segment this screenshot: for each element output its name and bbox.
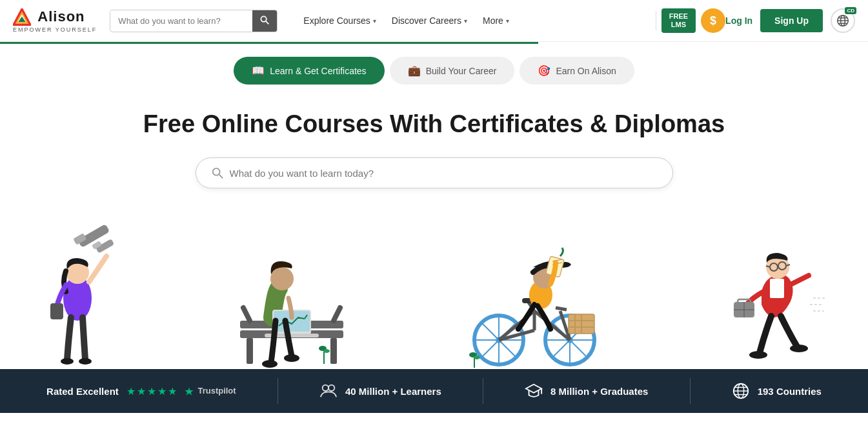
svg-point-88 [328,385,334,391]
header-search-bar[interactable] [110,10,278,32]
star-2: ★ [137,385,146,397]
star-rating: ★ ★ ★ ★ ★ [126,385,177,397]
logo-icon [13,8,31,26]
chevron-down-icon: ▾ [506,17,509,25]
svg-point-27 [270,267,294,290]
rated-label: Rated Excellent [46,386,119,397]
star-3: ★ [147,385,156,397]
hero-search-icon [212,167,223,179]
svg-point-36 [323,349,330,353]
svg-point-81 [749,351,767,359]
svg-line-74 [778,266,778,267]
header-right: Log In Sign Up CD [725,8,855,33]
globe-button[interactable]: CD [831,8,855,33]
chevron-down-icon: ▾ [464,17,467,25]
target-icon: 🎯 [538,65,550,77]
star-4: ★ [157,385,167,397]
illustration-bench-man [227,221,356,369]
search-icon [260,15,269,25]
footer-countries: 193 Countries [732,382,822,400]
svg-point-87 [323,385,328,391]
svg-point-19 [79,358,92,365]
login-button[interactable]: Log In [725,15,752,26]
header-search-button[interactable] [252,10,277,32]
footer-stats-bar: Rated Excellent ★ ★ ★ ★ ★ Trustpilot 40 … [0,369,868,413]
globe-countries-icon [732,382,750,400]
tab-learn-certificates[interactable]: 📖 Learn & Get Certificates [234,57,384,85]
hero-search-input[interactable] [230,168,657,179]
illustration-running-man [713,221,829,369]
illustration-bicycle-woman [460,221,609,369]
svg-marker-89 [526,385,541,393]
svg-point-82 [790,345,808,352]
briefcase-icon: 💼 [408,65,421,77]
footer-rated-excellent: Rated Excellent ★ ★ ★ ★ ★ Trustpilot [46,385,236,397]
trustpilot-label: Trustpilot [185,386,236,396]
countries-label: 193 Countries [758,386,822,397]
svg-point-69 [474,356,480,359]
nav-explore-courses[interactable]: Explore Courses ▾ [297,10,383,31]
svg-marker-86 [185,387,193,395]
graduates-icon [525,382,543,400]
nav-discover-careers[interactable]: Discover Careers ▾ [385,10,474,31]
tabs-container: 📖 Learn & Get Certificates 💼 Build Your … [0,44,868,97]
graduates-label: 8 Million + Graduates [550,386,648,397]
dollar-button[interactable]: $ [701,8,725,33]
nav-divider [656,11,656,30]
footer-divider-2 [483,378,483,404]
logo-tagline: EMPOWER YOURSELF [13,26,97,33]
logo-area[interactable]: Alison EMPOWER YOURSELF [13,8,97,33]
svg-rect-20 [50,303,63,319]
star-1: ★ [126,385,136,397]
svg-point-3 [261,16,267,21]
header: Alison EMPOWER YOURSELF Explore Courses … [0,0,868,42]
free-lms-button[interactable]: FREE LMS [661,8,696,33]
svg-rect-23 [247,338,253,364]
tab-earn-alison[interactable]: 🎯 Earn On Alison [520,57,634,85]
illustrations-container [13,214,855,369]
hero-section: Free Online Courses With Certificates & … [0,97,868,369]
hero-search-bar[interactable] [196,157,673,188]
svg-point-10 [212,168,219,175]
svg-rect-24 [330,338,337,364]
svg-line-25 [243,308,250,321]
globe-icon [836,14,849,27]
svg-line-54 [556,308,567,310]
footer-learners: 40 Million + Learners [319,382,441,400]
svg-point-32 [262,360,278,368]
trustpilot-icon [185,387,194,396]
svg-line-4 [266,21,268,24]
svg-point-18 [61,358,74,365]
tab-build-career[interactable]: 💼 Build Your Career [390,57,515,85]
header-search-input[interactable] [110,11,252,31]
learners-icon [319,382,338,400]
book-icon: 📖 [252,65,265,77]
svg-line-11 [219,175,222,178]
footer-divider-1 [278,378,278,404]
logo-text: Alison [13,8,85,26]
footer-divider-3 [690,378,691,404]
learners-label: 40 Million + Learners [345,386,441,397]
hero-title: Free Online Courses With Certificates & … [13,110,855,138]
chevron-down-icon: ▾ [373,17,376,25]
main-nav: Explore Courses ▾ Discover Careers ▾ Mor… [297,10,650,31]
globe-badge: CD [845,7,856,14]
nav-more[interactable]: More ▾ [476,10,516,31]
footer-graduates: 8 Million + Graduates [525,382,648,400]
svg-point-33 [284,354,299,362]
illustration-telescope-woman [39,221,123,369]
svg-line-26 [334,308,340,321]
svg-rect-70 [770,279,784,298]
star-5-half: ★ [168,385,177,397]
signup-button[interactable]: Sign Up [760,9,823,32]
